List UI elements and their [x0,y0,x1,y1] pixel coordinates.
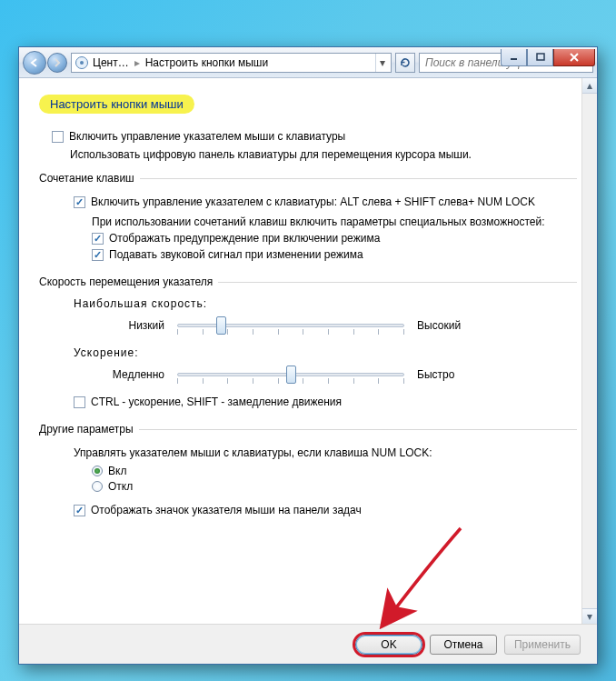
enable-mousekeys-note: Использовать цифровую панель клавиатуры … [70,148,577,161]
breadcrumb-bar[interactable]: Цент… ▸ Настроить кнопки мыши ▾ [71,53,392,73]
ctrl-shift-label: CTRL - ускорение, SHIFT - замедление дви… [91,396,342,408]
enable-mousekeys-checkbox[interactable] [52,131,64,143]
shortcut-options-note: При использовании сочетаний клавиш включ… [92,215,545,228]
page-title: Настроить кнопки мыши [39,95,194,114]
svg-rect-1 [537,54,544,60]
maximize-button[interactable] [527,49,553,66]
shortcut-enable-checkbox[interactable] [74,196,85,208]
speed-slider[interactable] [177,314,404,337]
close-button[interactable] [553,49,595,66]
breadcrumb-item[interactable]: Цент… [93,56,129,69]
numlock-off-radio[interactable] [92,481,103,492]
ok-button[interactable]: OK [355,635,422,655]
other-group-legend: Другие параметры [39,423,139,436]
window-chrome-controls [501,49,595,66]
control-panel-window: Цент… ▸ Настроить кнопки мыши ▾ ▴ ▾ Наст… [18,46,598,665]
numlock-label: Управлять указателем мыши с клавиатуры, … [74,446,432,459]
speed-low-label: Низкий [92,319,164,332]
shortcut-group-legend: Сочетание клавиш [39,172,140,185]
numlock-on-label: Вкл [108,465,126,477]
shortcut-warn-label: Отображать предупреждение при включении … [109,232,380,245]
nav-back-button[interactable] [23,51,46,75]
tray-icon-checkbox[interactable] [74,505,85,516]
accel-slider[interactable] [177,363,404,386]
accel-slow-label: Медленно [92,368,164,381]
ctrl-shift-checkbox[interactable] [74,396,85,408]
numlock-off-label: Откл [108,480,133,493]
apply-button[interactable]: Применить [504,635,581,655]
enable-mousekeys-label: Включить управление указателем мыши с кл… [69,130,345,143]
control-panel-icon [75,55,89,70]
breadcrumb-dropdown[interactable]: ▾ [375,54,388,72]
accel-slider-thumb[interactable] [286,366,296,384]
breadcrumb-item[interactable]: Настроить кнопки мыши [145,56,269,69]
shortcut-beep-label: Подавать звуковой сигнал при изменении р… [109,248,363,261]
nav-forward-button[interactable] [47,53,67,73]
refresh-button[interactable] [395,53,415,73]
shortcut-enable-label: Включить управление указателем с клавиат… [91,195,535,208]
accel-fast-label: Быстро [417,368,481,381]
svg-point-3 [80,61,84,65]
accel-label: Ускорение: [74,346,577,359]
scroll-down-icon[interactable]: ▾ [582,608,597,624]
content-pane: ▴ ▾ Настроить кнопки мыши Включить управ… [19,78,597,624]
shortcut-warn-checkbox[interactable] [92,233,104,245]
shortcut-beep-checkbox[interactable] [92,249,104,261]
breadcrumb-separator: ▸ [134,56,140,69]
dialog-footer: OK Отмена Применить [19,624,597,664]
shortcut-group: Сочетание клавиш Включить управление ука… [39,172,577,266]
numlock-on-radio[interactable] [92,466,103,476]
minimize-button[interactable] [501,49,527,66]
tray-icon-label: Отображать значок указателя мыши на пане… [91,504,362,516]
scroll-up-icon[interactable]: ▴ [582,78,597,94]
speed-max-label: Наибольшая скорость: [74,297,577,310]
speed-group: Скорость перемещения указателя Наибольша… [39,275,577,414]
speed-group-legend: Скорость перемещения указателя [39,275,218,288]
speed-slider-thumb[interactable] [216,316,226,335]
cancel-button[interactable]: Отмена [430,635,497,655]
other-group: Другие параметры Управлять указателем мы… [39,423,577,522]
speed-high-label: Высокий [417,319,481,332]
vertical-scrollbar[interactable]: ▴ ▾ [581,78,597,624]
